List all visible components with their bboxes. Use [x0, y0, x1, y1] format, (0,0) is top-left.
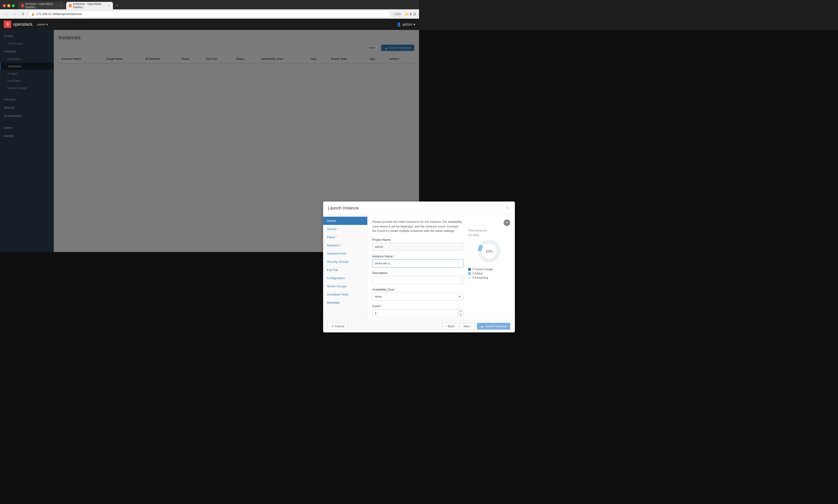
tab-2-close[interactable]: ✕: [108, 4, 110, 7]
modal-nav-network-ports-label: Network Ports: [327, 252, 346, 252]
admin-project-dropdown[interactable]: admin ▾: [37, 23, 48, 26]
modal-header: Launch Instance ×: [323, 201, 419, 215]
modal-nav-flavor[interactable]: Flavor *: [323, 233, 367, 241]
modal-nav-source-label: Source: [327, 227, 337, 231]
tab-2-favicon: [69, 4, 72, 7]
project-name-input[interactable]: [372, 243, 419, 251]
project-name-group: Project Name: [372, 238, 419, 251]
networks-required: *: [340, 244, 341, 247]
lock-icon: 🔒: [31, 12, 35, 16]
modal-nav-networks[interactable]: Networks *: [323, 241, 367, 249]
os-header: ☰ openstack. admin ▾ 👤 admin ▾: [0, 19, 419, 30]
tab-1-favicon: [21, 4, 24, 7]
zoom-badge: 110%: [393, 12, 403, 16]
tab-1[interactable]: int-router - OpenStack Dashbo... ✕: [18, 2, 65, 10]
modal-form: Please provide the initial hostname for …: [372, 219, 419, 252]
modal-nav-flavor-label: Flavor: [327, 235, 335, 239]
modal-description: Please provide the initial hostname for …: [372, 219, 419, 233]
tab-1-close[interactable]: ✕: [60, 4, 63, 7]
url-text: 172.168.12.100/project/instances/: [36, 12, 388, 16]
tab-2-label: Instances - OpenStack Dashbo...: [73, 2, 105, 9]
back-button[interactable]: ←: [3, 11, 10, 17]
modal-body: Details Source * Flavor * Networks * Net…: [323, 215, 419, 252]
modal-nav-details-label: Details: [327, 219, 336, 222]
modal-nav-network-ports[interactable]: Network Ports: [323, 249, 367, 252]
forward-button[interactable]: →: [11, 11, 18, 17]
url-bar[interactable]: 🔒 172.168.12.100/project/instances/: [28, 11, 391, 18]
modal-nav-source[interactable]: Source *: [323, 225, 367, 233]
launch-instance-modal: Launch Instance × Details Source * Flavo…: [323, 201, 419, 252]
modal-nav-details[interactable]: Details: [323, 217, 367, 225]
modal-form-content: Please provide the initial hostname for …: [368, 215, 419, 252]
os-logo: ☰ openstack.: [4, 21, 33, 28]
maximize-button[interactable]: [12, 4, 15, 7]
source-required: *: [337, 228, 338, 230]
refresh-button[interactable]: ↺: [20, 11, 26, 17]
new-tab-button[interactable]: +: [114, 2, 120, 9]
close-button[interactable]: [3, 4, 6, 7]
nav-actions: ⭐ ⬇ ☰: [405, 12, 416, 16]
modal-title: Launch Instance: [328, 206, 359, 211]
modal-nav-networks-label: Networks: [327, 244, 339, 247]
tab-2[interactable]: Instances - OpenStack Dashbo... ✕: [66, 2, 113, 10]
modal-nav: Details Source * Flavor * Networks * Net…: [323, 215, 368, 252]
tab-1-label: int-router - OpenStack Dashbo...: [25, 2, 57, 9]
minimize-button[interactable]: [7, 4, 10, 7]
modal-overlay: Launch Instance × Details Source * Flavo…: [0, 30, 419, 252]
os-logo-text: openstack.: [13, 22, 33, 27]
os-logo-icon: ☰: [4, 21, 11, 28]
user-label: admin ▾: [402, 22, 415, 26]
flavor-required: *: [336, 236, 337, 238]
user-dropdown[interactable]: 👤 admin ▾: [396, 22, 415, 26]
project-name-label: Project Name: [372, 238, 419, 241]
user-icon: 👤: [396, 22, 401, 26]
